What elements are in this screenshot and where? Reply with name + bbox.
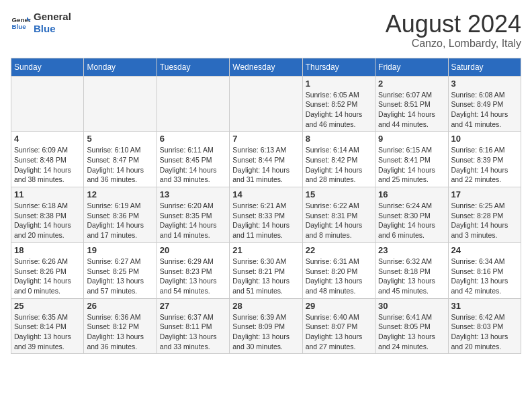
- day-info: Sunrise: 6:42 AM Sunset: 8:03 PM Dayligh…: [451, 312, 518, 352]
- day-info: Sunrise: 6:19 AM Sunset: 8:36 PM Dayligh…: [87, 201, 153, 240]
- table-row: 31Sunrise: 6:42 AM Sunset: 8:03 PM Dayli…: [448, 298, 521, 354]
- table-row: 17Sunrise: 6:25 AM Sunset: 8:28 PM Dayli…: [448, 187, 521, 243]
- table-row: 1Sunrise: 6:05 AM Sunset: 8:52 PM Daylig…: [302, 76, 375, 132]
- day-info: Sunrise: 6:15 AM Sunset: 8:41 PM Dayligh…: [378, 145, 445, 185]
- day-number: 9: [378, 134, 445, 144]
- table-row: 11Sunrise: 6:18 AM Sunset: 8:38 PM Dayli…: [11, 187, 84, 243]
- day-number: 7: [232, 134, 299, 144]
- day-info: Sunrise: 6:39 AM Sunset: 8:09 PM Dayligh…: [232, 312, 299, 352]
- day-number: 27: [160, 301, 226, 311]
- day-info: Sunrise: 6:35 AM Sunset: 8:14 PM Dayligh…: [14, 312, 81, 352]
- day-number: 29: [306, 301, 372, 311]
- day-number: 21: [232, 245, 299, 255]
- day-number: 10: [451, 134, 518, 144]
- col-wednesday: Wednesday: [230, 58, 302, 76]
- title-area: August 2024 Canzo, Lombardy, Italy: [386, 11, 521, 50]
- table-row: 10Sunrise: 6:16 AM Sunset: 8:39 PM Dayli…: [448, 132, 521, 187]
- table-row: [230, 76, 302, 132]
- table-row: 29Sunrise: 6:40 AM Sunset: 8:07 PM Dayli…: [302, 298, 375, 354]
- table-row: [157, 76, 229, 132]
- logo-general-text: General: [34, 11, 71, 23]
- day-info: Sunrise: 6:08 AM Sunset: 8:49 PM Dayligh…: [451, 90, 518, 130]
- col-tuesday: Tuesday: [157, 58, 229, 76]
- day-number: 19: [87, 245, 153, 255]
- table-row: 16Sunrise: 6:24 AM Sunset: 8:30 PM Dayli…: [375, 187, 448, 243]
- location-subtitle: Canzo, Lombardy, Italy: [386, 38, 521, 50]
- table-row: 8Sunrise: 6:14 AM Sunset: 8:42 PM Daylig…: [302, 132, 375, 187]
- table-row: [84, 76, 157, 132]
- calendar-week-row: 18Sunrise: 6:26 AM Sunset: 8:26 PM Dayli…: [11, 242, 521, 298]
- logo-blue-text: Blue: [34, 23, 71, 35]
- table-row: 25Sunrise: 6:35 AM Sunset: 8:14 PM Dayli…: [11, 298, 84, 354]
- table-row: 18Sunrise: 6:26 AM Sunset: 8:26 PM Dayli…: [11, 242, 84, 298]
- day-info: Sunrise: 6:26 AM Sunset: 8:26 PM Dayligh…: [14, 257, 81, 296]
- day-info: Sunrise: 6:30 AM Sunset: 8:21 PM Dayligh…: [232, 257, 299, 296]
- calendar-table: Sunday Monday Tuesday Wednesday Thursday…: [11, 58, 521, 355]
- col-friday: Friday: [375, 58, 448, 76]
- day-number: 15: [306, 189, 372, 199]
- day-number: 22: [306, 245, 372, 255]
- table-row: 22Sunrise: 6:31 AM Sunset: 8:20 PM Dayli…: [302, 242, 375, 298]
- day-info: Sunrise: 6:24 AM Sunset: 8:30 PM Dayligh…: [378, 201, 445, 240]
- table-row: 14Sunrise: 6:21 AM Sunset: 8:33 PM Dayli…: [230, 187, 302, 243]
- col-thursday: Thursday: [302, 58, 375, 76]
- day-number: 13: [160, 189, 226, 199]
- month-year-title: August 2024: [386, 11, 521, 38]
- day-number: 12: [87, 189, 153, 199]
- day-number: 18: [14, 245, 81, 255]
- table-row: 19Sunrise: 6:27 AM Sunset: 8:25 PM Dayli…: [84, 242, 157, 298]
- day-info: Sunrise: 6:37 AM Sunset: 8:11 PM Dayligh…: [160, 312, 226, 352]
- calendar-week-row: 11Sunrise: 6:18 AM Sunset: 8:38 PM Dayli…: [11, 187, 521, 243]
- day-number: 26: [87, 301, 153, 311]
- col-saturday: Saturday: [448, 58, 521, 76]
- day-info: Sunrise: 6:09 AM Sunset: 8:48 PM Dayligh…: [14, 145, 81, 185]
- table-row: 2Sunrise: 6:07 AM Sunset: 8:51 PM Daylig…: [375, 76, 448, 132]
- table-row: 4Sunrise: 6:09 AM Sunset: 8:48 PM Daylig…: [11, 132, 84, 187]
- logo-icon: General Blue: [11, 13, 31, 33]
- svg-text:Blue: Blue: [12, 23, 27, 30]
- day-info: Sunrise: 6:31 AM Sunset: 8:20 PM Dayligh…: [306, 257, 372, 296]
- day-number: 3: [451, 79, 518, 89]
- table-row: 30Sunrise: 6:41 AM Sunset: 8:05 PM Dayli…: [375, 298, 448, 354]
- day-info: Sunrise: 6:05 AM Sunset: 8:52 PM Dayligh…: [306, 90, 372, 130]
- day-info: Sunrise: 6:32 AM Sunset: 8:18 PM Dayligh…: [378, 257, 445, 296]
- calendar-week-row: 25Sunrise: 6:35 AM Sunset: 8:14 PM Dayli…: [11, 298, 521, 354]
- logo: General Blue General Blue: [11, 11, 71, 35]
- table-row: 12Sunrise: 6:19 AM Sunset: 8:36 PM Dayli…: [84, 187, 157, 243]
- day-info: Sunrise: 6:22 AM Sunset: 8:31 PM Dayligh…: [306, 201, 372, 240]
- day-info: Sunrise: 6:10 AM Sunset: 8:47 PM Dayligh…: [87, 145, 153, 185]
- day-info: Sunrise: 6:18 AM Sunset: 8:38 PM Dayligh…: [14, 201, 81, 240]
- day-info: Sunrise: 6:13 AM Sunset: 8:44 PM Dayligh…: [232, 145, 299, 185]
- day-info: Sunrise: 6:14 AM Sunset: 8:42 PM Dayligh…: [306, 145, 372, 185]
- table-row: 28Sunrise: 6:39 AM Sunset: 8:09 PM Dayli…: [230, 298, 302, 354]
- table-row: 7Sunrise: 6:13 AM Sunset: 8:44 PM Daylig…: [230, 132, 302, 187]
- day-info: Sunrise: 6:41 AM Sunset: 8:05 PM Dayligh…: [378, 312, 445, 352]
- day-number: 17: [451, 189, 518, 199]
- day-number: 23: [378, 245, 445, 255]
- day-info: Sunrise: 6:29 AM Sunset: 8:23 PM Dayligh…: [160, 257, 226, 296]
- day-number: 8: [306, 134, 372, 144]
- col-monday: Monday: [84, 58, 157, 76]
- day-number: 20: [160, 245, 226, 255]
- day-number: 2: [378, 79, 445, 89]
- day-info: Sunrise: 6:34 AM Sunset: 8:16 PM Dayligh…: [451, 257, 518, 296]
- day-number: 5: [87, 134, 153, 144]
- day-number: 31: [451, 301, 518, 311]
- calendar-header-row: Sunday Monday Tuesday Wednesday Thursday…: [11, 58, 521, 76]
- day-info: Sunrise: 6:25 AM Sunset: 8:28 PM Dayligh…: [451, 201, 518, 240]
- day-number: 30: [378, 301, 445, 311]
- day-number: 25: [14, 301, 81, 311]
- day-number: 1: [306, 79, 372, 89]
- table-row: 13Sunrise: 6:20 AM Sunset: 8:35 PM Dayli…: [157, 187, 229, 243]
- table-row: 5Sunrise: 6:10 AM Sunset: 8:47 PM Daylig…: [84, 132, 157, 187]
- table-row: 15Sunrise: 6:22 AM Sunset: 8:31 PM Dayli…: [302, 187, 375, 243]
- table-row: 24Sunrise: 6:34 AM Sunset: 8:16 PM Dayli…: [448, 242, 521, 298]
- day-number: 24: [451, 245, 518, 255]
- calendar-week-row: 1Sunrise: 6:05 AM Sunset: 8:52 PM Daylig…: [11, 76, 521, 132]
- day-info: Sunrise: 6:16 AM Sunset: 8:39 PM Dayligh…: [451, 145, 518, 185]
- day-number: 14: [232, 189, 299, 199]
- table-row: [11, 76, 84, 132]
- table-row: 6Sunrise: 6:11 AM Sunset: 8:45 PM Daylig…: [157, 132, 229, 187]
- table-row: 3Sunrise: 6:08 AM Sunset: 8:49 PM Daylig…: [448, 76, 521, 132]
- table-row: 20Sunrise: 6:29 AM Sunset: 8:23 PM Dayli…: [157, 242, 229, 298]
